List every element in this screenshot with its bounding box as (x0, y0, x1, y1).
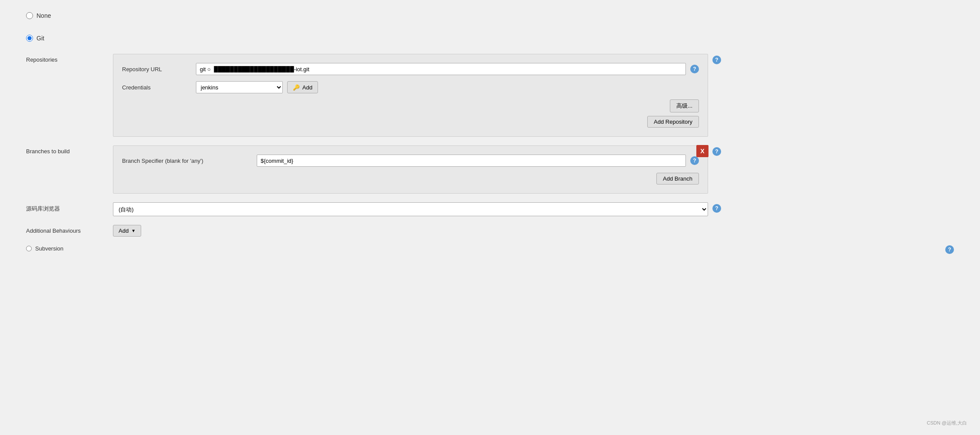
key-icon: 🔑 (293, 84, 300, 91)
subversion-radio-input[interactable] (26, 246, 32, 251)
subversion-section: Subversion ? (26, 245, 954, 254)
source-browser-select[interactable]: (自动) githubweb gitiles redmineweb (113, 202, 708, 216)
git-radio-input[interactable] (26, 35, 33, 42)
branches-section: Branches to build X Branch Specifier (bl… (26, 145, 954, 194)
source-browser-panel-with-help: (自动) githubweb gitiles redmineweb ? (113, 202, 721, 216)
repo-panel: Repository URL ? Credentials jenkins - n… (113, 54, 708, 137)
source-browser-label: 源码库浏览器 (26, 202, 113, 213)
repositories-panel-body: Repository URL ? Credentials jenkins - n… (113, 54, 708, 137)
additional-behaviours-content: Add ▼ (113, 225, 721, 237)
credentials-select[interactable]: jenkins - none - (196, 81, 283, 93)
advanced-button-row: 高级... (122, 99, 699, 112)
branches-panel: X Branch Specifier (blank for 'any') ? A… (113, 145, 708, 194)
subversion-row[interactable]: Subversion (26, 245, 63, 252)
subversion-help-icon[interactable]: ? (945, 245, 954, 254)
repo-url-help-icon[interactable]: ? (690, 65, 699, 73)
page-container: None Git Repositories Repository URL ? (0, 0, 980, 435)
repo-url-input[interactable] (196, 63, 686, 75)
watermark-text: CSDN @运维,大白 (927, 420, 967, 426)
branches-panel-body: X Branch Specifier (blank for 'any') ? A… (113, 145, 708, 194)
add-branch-button[interactable]: Add Branch (656, 173, 699, 185)
add-behaviour-button[interactable]: Add ▼ (113, 225, 141, 237)
branch-specifier-help-icon[interactable]: ? (690, 156, 699, 165)
git-radio-label: Git (36, 35, 44, 42)
credentials-row: Credentials jenkins - none - 🔑 Add (122, 81, 699, 93)
credentials-label: Credentials (122, 84, 192, 91)
add-cred-label: Add (302, 84, 312, 91)
none-radio-input[interactable] (26, 12, 33, 19)
git-radio-option[interactable]: Git (26, 31, 954, 45)
branch-specifier-input[interactable] (257, 155, 686, 167)
additional-behaviours-section: Additional Behaviours Add ▼ (26, 225, 954, 237)
add-repository-button[interactable]: Add Repository (647, 116, 699, 128)
source-browser-help-icon[interactable]: ? (712, 204, 721, 213)
repositories-section: Repositories Repository URL ? Credential… (26, 54, 954, 137)
advanced-button[interactable]: 高级... (670, 99, 699, 112)
source-browser-panel-body: (自动) githubweb gitiles redmineweb (113, 202, 708, 216)
add-credentials-button[interactable]: 🔑 Add (287, 81, 318, 93)
source-browser-section: 源码库浏览器 (自动) githubweb gitiles redmineweb… (26, 202, 954, 216)
add-branch-row: Add Branch (122, 173, 699, 185)
source-browser-content: (自动) githubweb gitiles redmineweb ? (113, 202, 721, 216)
branches-panel-with-help: X Branch Specifier (blank for 'any') ? A… (113, 145, 721, 194)
branch-specifier-label: Branch Specifier (blank for 'any') (122, 158, 252, 164)
branch-specifier-row: Branch Specifier (blank for 'any') ? (122, 155, 699, 167)
repo-url-row: Repository URL ? (122, 63, 699, 75)
repositories-label: Repositories (26, 54, 113, 63)
repositories-section-help-icon[interactable]: ? (712, 56, 721, 64)
branches-content: X Branch Specifier (blank for 'any') ? A… (113, 145, 721, 194)
branches-section-help-icon[interactable]: ? (712, 147, 721, 156)
add-repository-row: Add Repository (122, 116, 699, 128)
repositories-content: Repository URL ? Credentials jenkins - n… (113, 54, 721, 137)
none-radio-option[interactable]: None (26, 9, 954, 23)
repo-url-label: Repository URL (122, 66, 192, 72)
dropdown-arrow-icon: ▼ (131, 228, 136, 233)
delete-branch-button[interactable]: X (696, 145, 709, 157)
none-radio-label: None (36, 12, 51, 19)
additional-behaviours-label: Additional Behaviours (26, 225, 113, 234)
branches-label: Branches to build (26, 145, 113, 155)
subversion-radio-label: Subversion (35, 245, 63, 252)
add-behaviour-label: Add (119, 227, 129, 234)
repositories-panel-with-help: Repository URL ? Credentials jenkins - n… (113, 54, 721, 137)
